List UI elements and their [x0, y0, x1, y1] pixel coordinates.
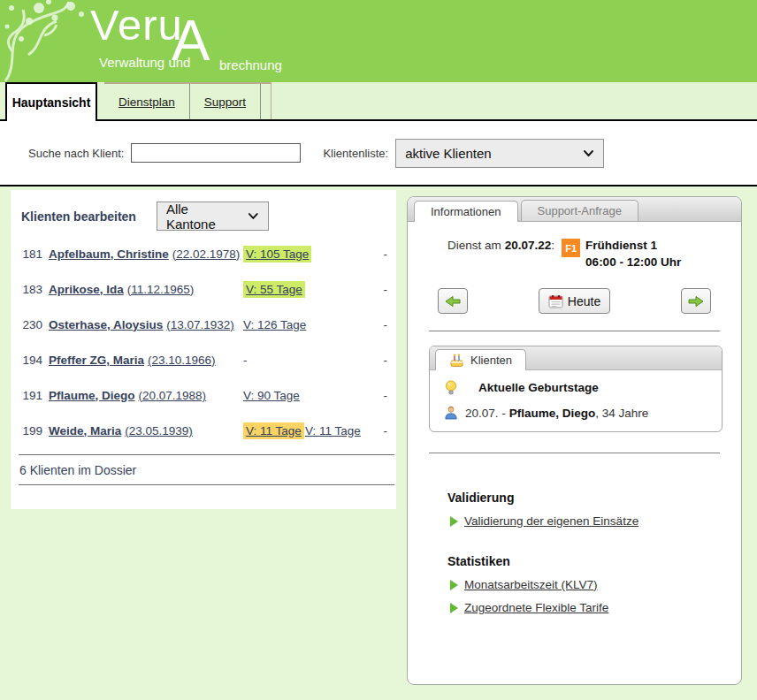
- row-dash: -: [360, 283, 396, 296]
- clients-panel-title: Klienten bearbeiten: [21, 209, 136, 224]
- tab-klienten[interactable]: Klienten: [435, 349, 526, 370]
- tab-bar-filler: [261, 84, 271, 119]
- client-id: 191: [11, 389, 42, 402]
- logo-subtitle-right: brechnung: [219, 57, 282, 72]
- divider: [429, 453, 720, 453]
- info-tab-bar: Informationen Support-Anfrage: [408, 197, 741, 222]
- divider: [429, 331, 720, 331]
- logo-subtitle-left: Verwaltung und: [99, 55, 190, 70]
- client-row: 194 Pfeffer ZG, Maria(23.10.1966) - -: [11, 342, 396, 377]
- logo-text: Veru: [90, 0, 183, 49]
- statistics-section-title: Statistiken: [447, 554, 741, 568]
- tab-hauptansicht[interactable]: Hauptansicht: [5, 82, 97, 121]
- divider: [19, 484, 394, 485]
- chevron-down-icon: [248, 212, 259, 220]
- info-panel: Informationen Support-Anfrage Dienst am2…: [407, 196, 742, 685]
- triangle-bullet-icon: [450, 603, 458, 613]
- contract-days-empty: -: [243, 354, 305, 367]
- birthday-cake-icon: [449, 354, 464, 368]
- tab-support-anfrage[interactable]: Support-Anfrage: [521, 200, 638, 221]
- client-row: 230 Osterhase, Aloysius(13.07.1932) V: 1…: [11, 307, 396, 342]
- arrow-right-icon: [688, 295, 704, 308]
- duty-label: Dienst am: [447, 239, 501, 252]
- client-list-label: Klientenliste:: [323, 147, 388, 160]
- person-icon: [444, 406, 458, 420]
- client-row: 199 Weide, Maria(23.05.1939) V: 11 Tage …: [11, 413, 396, 448]
- row-dash: -: [360, 354, 396, 367]
- calendar-icon: [548, 294, 563, 308]
- validation-link[interactable]: Validierung der eigenen Einsätze: [464, 514, 638, 528]
- contract-days-link[interactable]: V: 55 Tage: [243, 281, 305, 298]
- shift-time: 06:00 - 12:00 Uhr: [585, 254, 681, 270]
- contract-days-link[interactable]: V: 126 Tage: [243, 318, 306, 331]
- date-navigation: Heute: [438, 288, 711, 314]
- chevron-down-icon: [583, 149, 594, 157]
- clients-panel: Klienten bearbeiten Alle Kantone 181 Apf…: [11, 190, 396, 509]
- client-id: 230: [11, 318, 42, 331]
- monthly-worktime-link[interactable]: Monatsarbeitszeit (KLV7): [464, 578, 598, 591]
- row-dash: -: [360, 318, 396, 331]
- birthday-entry-date: 20.07. -: [465, 407, 506, 420]
- floral-decoration-icon: [0, 0, 99, 82]
- lightbulb-icon: [444, 380, 458, 395]
- shift-badge: F1: [562, 239, 580, 257]
- birthdays-box-header: Klienten: [430, 346, 722, 370]
- next-day-button[interactable]: [681, 288, 711, 314]
- row-dash: -: [360, 247, 396, 261]
- app-header: Veru A Verwaltung und brechnung: [0, 0, 757, 82]
- contract-days-link[interactable]: V: 11 Tage: [305, 424, 361, 438]
- contract-days-link[interactable]: V: 90 Tage: [243, 389, 300, 402]
- shift-name: Frühdienst 1: [585, 237, 681, 254]
- birthday-entry-age: , 34 Jahre: [595, 407, 648, 420]
- duty-info: Dienst am20.07.22: F1 Frühdienst 1 06:00…: [447, 237, 741, 270]
- triangle-bullet-icon: [450, 516, 458, 527]
- contract-days-link[interactable]: V: 105 Tage: [243, 246, 311, 262]
- birthdays-box: Klienten Aktuelle Geburtstage 20.: [429, 346, 723, 432]
- client-link[interactable]: Aprikose, Ida(11.12.1965): [49, 283, 194, 296]
- canton-select[interactable]: Alle Kantone: [157, 202, 269, 231]
- client-id: 181: [11, 247, 42, 261]
- client-link[interactable]: Weide, Maria(23.05.1939): [49, 424, 193, 438]
- client-link[interactable]: Pflaume, Diego(20.07.1988): [49, 389, 206, 402]
- previous-day-button[interactable]: [438, 288, 468, 314]
- duty-date: 20.07.22: [505, 239, 552, 252]
- flexible-tariffs-link[interactable]: Zugeordnete Flexible Tarife: [464, 601, 608, 614]
- client-row: 183 Aprikose, Ida(11.12.1965) V: 55 Tage…: [11, 271, 396, 307]
- today-button[interactable]: Heute: [539, 288, 610, 314]
- tab-support[interactable]: Support: [190, 84, 261, 119]
- client-link[interactable]: Osterhase, Aloysius(13.07.1932): [49, 318, 234, 331]
- client-row: 181 Apfelbaum, Christine(22.02.1978) V: …: [11, 236, 396, 271]
- client-row: 191 Pflaume, Diego(20.07.1988) V: 90 Tag…: [11, 377, 396, 413]
- client-link[interactable]: Pfeffer ZG, Maria(23.10.1966): [49, 354, 216, 367]
- search-bar: Suche nach Klient: Klientenliste: aktive…: [0, 119, 757, 186]
- tab-dienstplan[interactable]: Dienstplan: [104, 84, 190, 119]
- validation-section-title: Validierung: [447, 491, 741, 505]
- statistics-link-row: Monatsarbeitszeit (KLV7): [450, 578, 741, 591]
- validation-link-row: Validierung der eigenen Einsätze: [450, 514, 741, 528]
- client-id: 194: [11, 354, 42, 367]
- birthday-entry-name: Pflaume, Diego: [509, 407, 596, 420]
- client-list-select[interactable]: aktive Klienten: [395, 139, 604, 168]
- triangle-bullet-icon: [450, 580, 458, 590]
- contract-days-link[interactable]: V: 11 Tage: [243, 422, 304, 439]
- row-dash: -: [360, 389, 396, 402]
- tab-informationen[interactable]: Informationen: [414, 201, 518, 222]
- search-label: Suche nach Klient:: [28, 147, 124, 160]
- row-dash: -: [360, 424, 396, 438]
- main-tab-bar: Hauptansicht Dienstplan Support: [0, 82, 757, 119]
- client-count-text: 6 Klienten im Dossier: [11, 455, 396, 484]
- client-id: 199: [11, 424, 42, 438]
- client-search-input[interactable]: [131, 143, 301, 163]
- duty-colon: :: [551, 239, 554, 252]
- inactive-tab-group: Dienstplan Support: [104, 82, 271, 119]
- client-link[interactable]: Apfelbaum, Christine(22.02.1978): [49, 247, 240, 261]
- arrow-left-icon: [445, 295, 461, 308]
- client-id: 183: [11, 283, 42, 296]
- birthdays-title: Aktuelle Geburtstage: [478, 381, 599, 394]
- statistics-link-row: Zugeordnete Flexible Tarife: [450, 601, 741, 614]
